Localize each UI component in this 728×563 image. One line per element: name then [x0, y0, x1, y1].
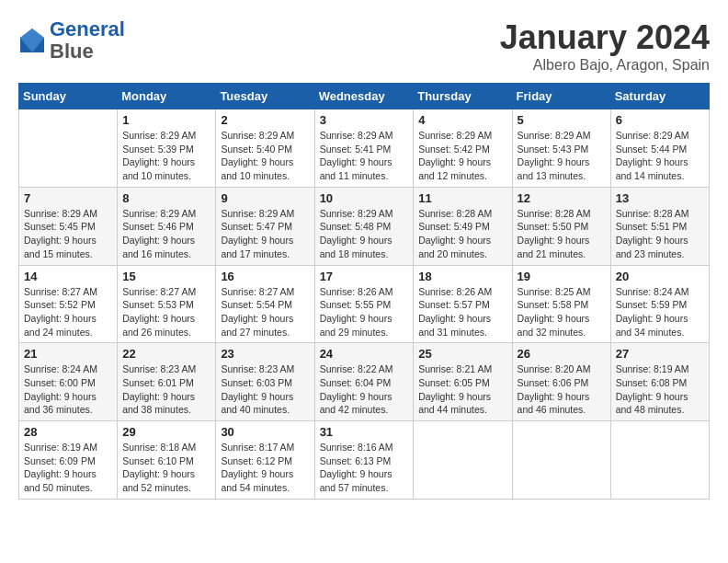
day-info: Sunrise: 8:27 AMSunset: 5:53 PMDaylight:…: [122, 285, 210, 339]
day-info: Sunrise: 8:26 AMSunset: 5:55 PMDaylight:…: [320, 285, 409, 339]
calendar-cell: [512, 421, 610, 500]
calendar-cell: 18Sunrise: 8:26 AMSunset: 5:57 PMDayligh…: [414, 265, 512, 343]
calendar-cell: 22Sunrise: 8:23 AMSunset: 6:01 PMDayligh…: [118, 343, 216, 421]
calendar-cell: 10Sunrise: 8:29 AMSunset: 5:48 PMDayligh…: [314, 187, 414, 265]
day-number: 10: [320, 191, 409, 205]
day-number: 8: [122, 191, 210, 205]
day-number: 1: [122, 113, 210, 127]
day-info: Sunrise: 8:19 AMSunset: 6:09 PMDaylight:…: [24, 441, 112, 495]
calendar-cell: 15Sunrise: 8:27 AMSunset: 5:53 PMDayligh…: [118, 265, 216, 343]
location-title: Albero Bajo, Aragon, Spain: [500, 57, 710, 74]
calendar-table: SundayMondayTuesdayWednesdayThursdayFrid…: [18, 83, 710, 500]
calendar-cell: 31Sunrise: 8:16 AMSunset: 6:13 PMDayligh…: [314, 421, 414, 500]
calendar-cell: 16Sunrise: 8:27 AMSunset: 5:54 PMDayligh…: [216, 265, 314, 343]
calendar-cell: 29Sunrise: 8:18 AMSunset: 6:10 PMDayligh…: [118, 421, 216, 500]
day-info: Sunrise: 8:28 AMSunset: 5:51 PMDaylight:…: [616, 207, 704, 261]
calendar-cell: 3Sunrise: 8:29 AMSunset: 5:41 PMDaylight…: [314, 109, 414, 188]
calendar-cell: 25Sunrise: 8:21 AMSunset: 6:05 PMDayligh…: [414, 343, 512, 421]
day-number: 4: [418, 113, 506, 127]
day-number: 9: [221, 191, 309, 205]
day-number: 24: [320, 347, 409, 361]
day-number: 14: [24, 270, 112, 283]
calendar-cell: 13Sunrise: 8:28 AMSunset: 5:51 PMDayligh…: [610, 187, 709, 265]
calendar-cell: [414, 421, 512, 500]
header-day-tuesday: Tuesday: [216, 84, 314, 109]
day-info: Sunrise: 8:26 AMSunset: 5:57 PMDaylight:…: [418, 285, 506, 339]
day-info: Sunrise: 8:25 AMSunset: 5:58 PMDaylight:…: [518, 285, 606, 339]
calendar-cell: 5Sunrise: 8:29 AMSunset: 5:43 PMDaylight…: [512, 109, 610, 188]
logo-text: General Blue: [50, 18, 125, 63]
day-number: 15: [122, 270, 210, 283]
calendar-cell: 12Sunrise: 8:28 AMSunset: 5:50 PMDayligh…: [512, 187, 610, 265]
header-day-thursday: Thursday: [414, 84, 512, 109]
logo-icon: [18, 27, 46, 54]
day-number: 12: [518, 191, 606, 205]
day-info: Sunrise: 8:24 AMSunset: 6:00 PMDaylight:…: [24, 362, 112, 417]
day-info: Sunrise: 8:29 AMSunset: 5:45 PMDaylight:…: [24, 207, 112, 261]
day-number: 23: [221, 347, 309, 361]
day-info: Sunrise: 8:22 AMSunset: 6:04 PMDaylight:…: [320, 362, 409, 417]
day-number: 31: [320, 425, 409, 439]
day-info: Sunrise: 8:23 AMSunset: 6:01 PMDaylight:…: [122, 362, 210, 417]
day-info: Sunrise: 8:29 AMSunset: 5:42 PMDaylight:…: [418, 129, 506, 183]
calendar-cell: 26Sunrise: 8:20 AMSunset: 6:06 PMDayligh…: [512, 343, 610, 421]
calendar-cell: 17Sunrise: 8:26 AMSunset: 5:55 PMDayligh…: [314, 265, 414, 343]
calendar-cell: 28Sunrise: 8:19 AMSunset: 6:09 PMDayligh…: [19, 421, 118, 500]
day-number: 27: [616, 347, 704, 361]
calendar-cell: 20Sunrise: 8:24 AMSunset: 5:59 PMDayligh…: [610, 265, 709, 343]
day-number: 16: [221, 270, 309, 283]
calendar-cell: 6Sunrise: 8:29 AMSunset: 5:44 PMDaylight…: [610, 109, 709, 188]
calendar-cell: 27Sunrise: 8:19 AMSunset: 6:08 PMDayligh…: [610, 343, 709, 421]
day-info: Sunrise: 8:27 AMSunset: 5:52 PMDaylight:…: [24, 285, 112, 339]
header-day-friday: Friday: [512, 84, 610, 109]
header-day-monday: Monday: [118, 84, 216, 109]
calendar-cell: 24Sunrise: 8:22 AMSunset: 6:04 PMDayligh…: [314, 343, 414, 421]
day-number: 25: [418, 347, 506, 361]
day-info: Sunrise: 8:29 AMSunset: 5:40 PMDaylight:…: [221, 129, 309, 183]
day-number: 5: [518, 113, 606, 127]
day-info: Sunrise: 8:19 AMSunset: 6:08 PMDaylight:…: [616, 362, 704, 417]
header-day-saturday: Saturday: [610, 84, 709, 109]
day-info: Sunrise: 8:20 AMSunset: 6:06 PMDaylight:…: [518, 362, 606, 417]
day-number: 22: [122, 347, 210, 361]
day-info: Sunrise: 8:29 AMSunset: 5:48 PMDaylight:…: [320, 207, 409, 261]
month-title: January 2024: [500, 18, 710, 57]
calendar-week-3: 14Sunrise: 8:27 AMSunset: 5:52 PMDayligh…: [19, 265, 710, 343]
day-number: 17: [320, 270, 409, 283]
calendar-week-2: 7Sunrise: 8:29 AMSunset: 5:45 PMDaylight…: [19, 187, 710, 265]
day-number: 29: [122, 425, 210, 439]
day-number: 3: [320, 113, 409, 127]
calendar-cell: 9Sunrise: 8:29 AMSunset: 5:47 PMDaylight…: [216, 187, 314, 265]
calendar-cell: [19, 109, 118, 188]
day-info: Sunrise: 8:27 AMSunset: 5:54 PMDaylight:…: [221, 285, 309, 339]
day-info: Sunrise: 8:29 AMSunset: 5:41 PMDaylight:…: [320, 129, 409, 183]
day-number: 11: [418, 191, 506, 205]
day-number: 18: [418, 270, 506, 283]
calendar-week-5: 28Sunrise: 8:19 AMSunset: 6:09 PMDayligh…: [19, 421, 710, 500]
day-info: Sunrise: 8:29 AMSunset: 5:43 PMDaylight:…: [518, 129, 606, 183]
calendar-cell: 23Sunrise: 8:23 AMSunset: 6:03 PMDayligh…: [216, 343, 314, 421]
header-day-sunday: Sunday: [19, 84, 118, 109]
calendar-week-4: 21Sunrise: 8:24 AMSunset: 6:00 PMDayligh…: [19, 343, 710, 421]
day-info: Sunrise: 8:28 AMSunset: 5:49 PMDaylight:…: [418, 207, 506, 261]
calendar-cell: 11Sunrise: 8:28 AMSunset: 5:49 PMDayligh…: [414, 187, 512, 265]
calendar-cell: 14Sunrise: 8:27 AMSunset: 5:52 PMDayligh…: [19, 265, 118, 343]
logo: General Blue: [18, 18, 125, 63]
calendar-header-row: SundayMondayTuesdayWednesdayThursdayFrid…: [19, 84, 710, 109]
day-info: Sunrise: 8:29 AMSunset: 5:46 PMDaylight:…: [122, 207, 210, 261]
day-info: Sunrise: 8:29 AMSunset: 5:39 PMDaylight:…: [122, 129, 210, 183]
calendar-cell: 30Sunrise: 8:17 AMSunset: 6:12 PMDayligh…: [216, 421, 314, 500]
calendar-cell: 21Sunrise: 8:24 AMSunset: 6:00 PMDayligh…: [19, 343, 118, 421]
day-number: 28: [24, 425, 112, 439]
calendar-cell: [610, 421, 709, 500]
calendar-cell: 8Sunrise: 8:29 AMSunset: 5:46 PMDaylight…: [118, 187, 216, 265]
day-number: 21: [24, 347, 112, 361]
calendar-cell: 19Sunrise: 8:25 AMSunset: 5:58 PMDayligh…: [512, 265, 610, 343]
day-info: Sunrise: 8:18 AMSunset: 6:10 PMDaylight:…: [122, 441, 210, 495]
day-number: 13: [616, 191, 704, 205]
calendar-cell: 1Sunrise: 8:29 AMSunset: 5:39 PMDaylight…: [118, 109, 216, 188]
day-info: Sunrise: 8:24 AMSunset: 5:59 PMDaylight:…: [616, 285, 704, 339]
day-info: Sunrise: 8:21 AMSunset: 6:05 PMDaylight:…: [418, 362, 506, 417]
calendar-cell: 4Sunrise: 8:29 AMSunset: 5:42 PMDaylight…: [414, 109, 512, 188]
day-info: Sunrise: 8:16 AMSunset: 6:13 PMDaylight:…: [320, 441, 409, 495]
